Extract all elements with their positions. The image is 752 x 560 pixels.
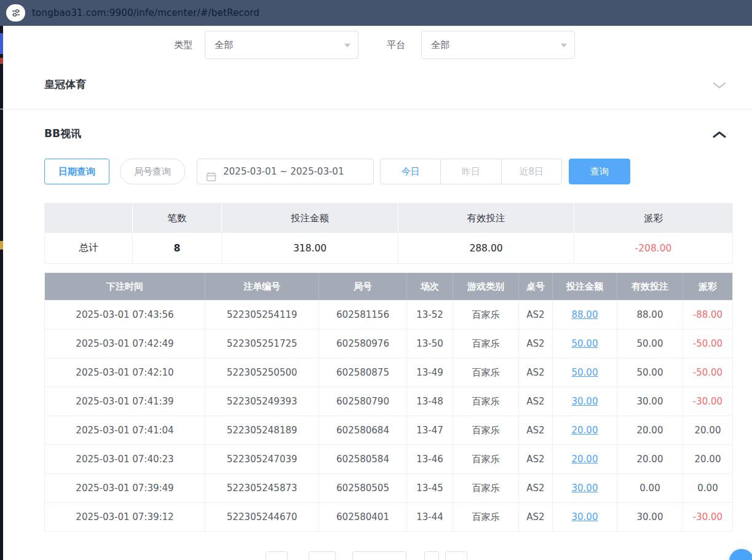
cell-game-type: 百家乐 [453, 503, 519, 531]
summary-payout-value: -208.00 [574, 233, 732, 263]
col-header-bet-amount: 投注金额 [553, 273, 617, 300]
cell-round-no: 602580790 [319, 387, 407, 416]
cell-session: 13-44 [407, 503, 453, 531]
cell-valid-bet: 88.00 [617, 301, 683, 329]
summary-table: 笔数 投注金额 有效投注 派彩 总计 8 318.00 288.00 -208.… [44, 203, 733, 264]
cell-session: 13-48 [407, 387, 453, 416]
quick-date-button-group: 今日 昨日 近8日 [380, 159, 562, 184]
cell-payout: -30.00 [683, 503, 732, 531]
platform-select-value: 全部 [431, 31, 449, 58]
caret-down-icon [561, 44, 567, 50]
pagination-next-button[interactable] [424, 551, 439, 560]
cell-valid-bet: 20.00 [617, 445, 683, 473]
pagination-prev-button[interactable] [266, 551, 288, 560]
search-button[interactable]: 查询 [569, 159, 630, 184]
chevron-up-icon[interactable] [713, 129, 726, 141]
col-header-session: 场次 [407, 273, 453, 300]
cell-bet-time: 2025-03-01 07:40:23 [45, 445, 205, 473]
cell-payout: -50.00 [683, 329, 732, 358]
cell-bet-amount-link[interactable]: 88.00 [553, 301, 617, 329]
cell-round-no: 602580505 [319, 474, 407, 502]
pagination-jump-input[interactable] [445, 551, 467, 560]
cell-table-no: AS2 [519, 416, 553, 444]
cell-valid-bet: 20.00 [617, 416, 683, 444]
col-header-payout: 派彩 [683, 273, 732, 300]
date-range-input[interactable]: 2025-03-01 ~ 2025-03-01 [197, 159, 374, 184]
cell-round-no: 602580976 [319, 329, 407, 358]
cell-order-no: 522305250500 [205, 358, 319, 387]
cell-order-no: 522305247039 [205, 445, 319, 473]
edge-speck [0, 33, 3, 54]
floating-action-button[interactable] [729, 549, 752, 560]
summary-col-header: 派彩 [574, 203, 732, 233]
today-button[interactable]: 今日 [381, 159, 440, 184]
cell-game-type: 百家乐 [453, 416, 519, 444]
tune-icon [11, 8, 21, 18]
cell-bet-amount-link[interactable]: 50.00 [553, 329, 617, 358]
pagination-size-select[interactable] [352, 551, 406, 560]
bet-table-body: 2025-03-01 07:43:56 522305254119 6025811… [45, 300, 732, 531]
cell-game-type: 百家乐 [453, 358, 519, 387]
type-filter-label: 类型 [174, 31, 192, 59]
cell-table-no: AS2 [519, 358, 553, 387]
edge-speck [0, 58, 3, 64]
cell-round-no: 602580584 [319, 445, 407, 473]
cell-bet-amount-link[interactable]: 20.00 [553, 445, 617, 473]
cell-payout: -88.00 [683, 301, 732, 329]
col-header-table-no: 桌号 [519, 273, 553, 300]
cell-session: 13-47 [407, 416, 453, 444]
cell-payout: -30.00 [683, 387, 732, 416]
col-header-valid-bet: 有效投注 [617, 273, 683, 300]
last-8-days-button[interactable]: 近8日 [501, 159, 561, 184]
cell-table-no: AS2 [519, 387, 553, 416]
cell-table-no: AS2 [519, 301, 553, 329]
cell-bet-amount-link[interactable]: 30.00 [553, 474, 617, 502]
cell-game-type: 百家乐 [453, 387, 519, 416]
cell-order-no: 522305248189 [205, 416, 319, 444]
cell-table-no: AS2 [519, 503, 553, 531]
date-query-button[interactable]: 日期查询 [44, 159, 109, 184]
bet-record-table: 下注时间 注单编号 局号 场次 游戏类别 桌号 投注金额 有效投注 派彩 202… [44, 272, 733, 532]
platform-select[interactable]: 全部 [421, 31, 575, 59]
table-row: 2025-03-01 07:41:04 522305248189 6025806… [45, 416, 732, 444]
cell-bet-amount-link[interactable]: 30.00 [553, 387, 617, 416]
section-bb-video[interactable]: BB视讯 [44, 127, 81, 141]
summary-count-value: 8 [133, 233, 222, 263]
table-row: 2025-03-01 07:42:10 522305250500 6025808… [45, 358, 732, 387]
cell-session: 13-52 [407, 301, 453, 329]
cell-valid-bet: 30.00 [617, 503, 683, 531]
section-crown-sports[interactable]: 皇冠体育 [44, 77, 86, 92]
cell-session: 13-49 [407, 358, 453, 387]
cell-payout: 20.00 [683, 445, 732, 473]
round-query-button[interactable]: 局号查询 [120, 159, 185, 184]
cell-bet-time: 2025-03-01 07:39:49 [45, 474, 205, 502]
summary-col-header: 笔数 [133, 203, 222, 233]
calendar-icon [206, 167, 216, 191]
cell-session: 13-45 [407, 474, 453, 502]
cell-session: 13-50 [407, 329, 453, 358]
cell-game-type: 百家乐 [453, 301, 519, 329]
url-text[interactable]: tongbao31.com:9900/infe/mcenter/#/betRec… [32, 0, 259, 26]
table-row: 2025-03-01 07:42:49 522305251725 6025809… [45, 329, 732, 358]
yesterday-button[interactable]: 昨日 [440, 159, 501, 184]
cell-bet-time: 2025-03-01 07:41:04 [45, 416, 205, 444]
site-info-pill[interactable] [6, 4, 25, 22]
cell-bet-amount-link[interactable]: 20.00 [553, 416, 617, 444]
cell-valid-bet: 30.00 [617, 387, 683, 416]
cell-bet-time: 2025-03-01 07:42:10 [45, 358, 205, 387]
col-header-round-no: 局号 [319, 273, 407, 300]
cell-bet-amount-link[interactable]: 50.00 [553, 358, 617, 387]
pagination-page-button[interactable] [309, 551, 336, 560]
col-header-bet-time: 下注时间 [45, 273, 205, 300]
cell-bet-time: 2025-03-01 07:43:56 [45, 301, 205, 329]
cell-order-no: 522305244670 [205, 503, 319, 531]
type-select-value: 全部 [215, 31, 233, 58]
chevron-down-icon[interactable] [713, 80, 726, 92]
cell-bet-amount-link[interactable]: 30.00 [553, 503, 617, 531]
cell-bet-time: 2025-03-01 07:42:49 [45, 329, 205, 358]
cell-bet-time: 2025-03-01 07:39:12 [45, 503, 205, 531]
type-select[interactable]: 全部 [205, 31, 358, 59]
browser-address-bar: tongbao31.com:9900/infe/mcenter/#/betRec… [0, 0, 752, 26]
summary-total-row: 总计 8 318.00 288.00 -208.00 [45, 233, 732, 263]
cell-order-no: 522305254119 [205, 301, 319, 329]
